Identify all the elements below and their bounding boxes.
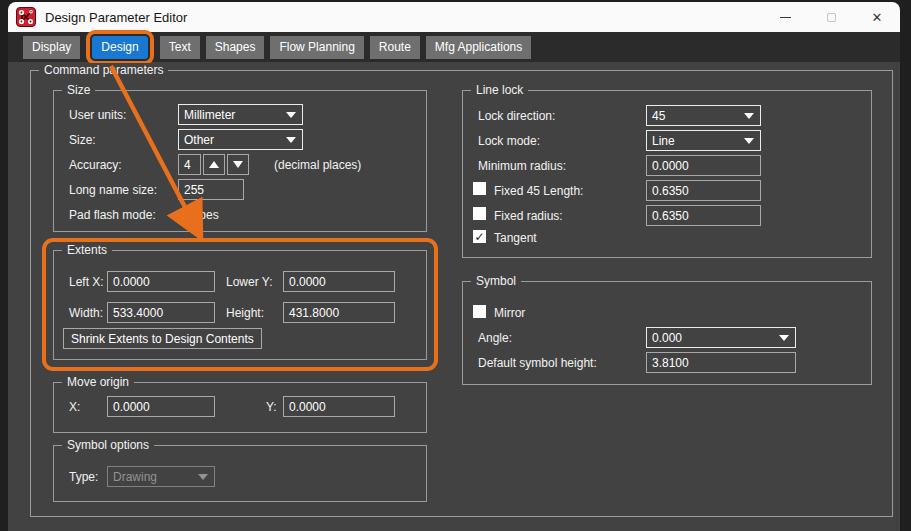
- group-label-command-parameters: Command parameters: [39, 63, 168, 77]
- size-dropdown[interactable]: Other: [178, 129, 303, 150]
- group-extents: Extents Left X: 0.0000 Lower Y: 0.0000 W…: [53, 250, 427, 360]
- shrink-extents-button[interactable]: Shrink Extents to Design Contents: [63, 328, 262, 349]
- lock-mode-value: Line: [652, 134, 675, 148]
- symbol-type-dropdown: Drawing: [107, 466, 215, 487]
- long-name-size-value: 255: [184, 183, 204, 197]
- design-parameter-editor-window: Design Parameter Editor ✕ Display Design…: [0, 0, 911, 531]
- left-x-input[interactable]: 0.0000: [107, 271, 215, 292]
- group-label-move-origin: Move origin: [62, 375, 134, 389]
- group-symbol-options: Symbol options Type: Drawing: [53, 445, 427, 502]
- accuracy-value: 4: [184, 158, 191, 172]
- default-symbol-height-value: 3.8100: [652, 356, 689, 370]
- pad-flash-mode-value: Shapes: [178, 208, 219, 222]
- fixed-45-length-value: 0.6350: [652, 184, 689, 198]
- size-value: Other: [184, 133, 214, 147]
- move-origin-x-value: 0.0000: [113, 400, 150, 414]
- fixed-radius-label: Fixed radius:: [494, 209, 563, 223]
- accuracy-spin-up-button[interactable]: [203, 154, 225, 175]
- group-label-symbol-options: Symbol options: [62, 438, 154, 452]
- decimal-places-hint: (decimal places): [274, 158, 361, 172]
- fixed-45-length-input[interactable]: 0.6350: [646, 180, 761, 201]
- chevron-down-icon: [744, 138, 754, 144]
- height-value: 431.8000: [289, 306, 339, 320]
- height-input[interactable]: 431.8000: [283, 302, 395, 323]
- group-label-size: Size: [62, 83, 95, 97]
- mirror-checkbox[interactable]: [473, 305, 486, 318]
- chevron-down-icon: [779, 335, 789, 341]
- fixed-radius-value: 0.6350: [652, 209, 689, 223]
- group-symbol: Symbol Mirror Angle: 0.000 Default symbo…: [462, 281, 872, 385]
- pad-flash-mode-label: Pad flash mode:: [69, 208, 156, 222]
- fixed-45-length-checkbox[interactable]: [473, 182, 486, 195]
- minimum-radius-value: 0.0000: [652, 159, 689, 173]
- group-label-extents: Extents: [62, 243, 112, 257]
- lower-y-label: Lower Y:: [226, 275, 272, 289]
- symbol-type-label: Type:: [69, 470, 98, 484]
- minimum-radius-label: Minimum radius:: [478, 159, 566, 173]
- mirror-label: Mirror: [494, 306, 525, 320]
- lower-y-input[interactable]: 0.0000: [283, 271, 395, 292]
- lock-mode-dropdown[interactable]: Line: [646, 130, 761, 151]
- accuracy-input[interactable]: 4: [178, 154, 201, 175]
- triangle-up-icon: [209, 161, 219, 168]
- size-label: Size:: [69, 133, 96, 147]
- long-name-size-label: Long name size:: [69, 183, 157, 197]
- lock-direction-value: 45: [652, 109, 665, 123]
- group-label-line-lock: Line lock: [471, 83, 528, 97]
- long-name-size-input[interactable]: 255: [178, 179, 244, 200]
- default-symbol-height-label: Default symbol height:: [478, 356, 597, 370]
- angle-dropdown[interactable]: 0.000: [646, 327, 796, 348]
- accuracy-spin-down-button[interactable]: [227, 154, 249, 175]
- lock-direction-label: Lock direction:: [478, 109, 555, 123]
- tangent-label: Tangent: [494, 231, 537, 245]
- width-input[interactable]: 533.4000: [107, 302, 215, 323]
- angle-value: 0.000: [652, 331, 682, 345]
- width-value: 533.4000: [113, 306, 163, 320]
- left-x-label: Left X:: [69, 275, 104, 289]
- fixed-45-length-label: Fixed 45 Length:: [494, 184, 583, 198]
- move-origin-y-label: Y:: [266, 400, 277, 414]
- fixed-radius-input[interactable]: 0.6350: [646, 205, 761, 226]
- group-move-origin: Move origin X: 0.0000 Y: 0.0000: [53, 382, 427, 433]
- user-units-value: Millimeter: [184, 108, 235, 122]
- move-origin-y-input[interactable]: 0.0000: [283, 396, 395, 417]
- move-origin-y-value: 0.0000: [289, 400, 326, 414]
- user-units-dropdown[interactable]: Millimeter: [178, 104, 303, 125]
- height-label: Height:: [226, 306, 264, 320]
- group-size: Size User units: Millimeter Size: Other …: [53, 90, 427, 232]
- group-label-symbol: Symbol: [471, 274, 521, 288]
- angle-label: Angle:: [478, 331, 512, 345]
- chevron-down-icon: [286, 137, 296, 143]
- chevron-down-icon: [744, 113, 754, 119]
- minimum-radius-input[interactable]: 0.0000: [646, 155, 761, 176]
- chevron-down-icon: [198, 474, 208, 480]
- tangent-checkbox[interactable]: [473, 230, 486, 243]
- symbol-type-value: Drawing: [113, 470, 157, 484]
- chevron-down-icon: [286, 112, 296, 118]
- lock-direction-dropdown[interactable]: 45: [646, 105, 761, 126]
- move-origin-x-label: X:: [69, 400, 80, 414]
- fixed-radius-checkbox[interactable]: [473, 207, 486, 220]
- accuracy-label: Accuracy:: [69, 158, 122, 172]
- default-symbol-height-input[interactable]: 3.8100: [646, 352, 796, 373]
- triangle-down-icon: [233, 161, 243, 168]
- shrink-extents-button-label: Shrink Extents to Design Contents: [71, 332, 254, 346]
- move-origin-x-input[interactable]: 0.0000: [107, 396, 215, 417]
- command-parameters-panel: Command parameters Size User units: Mill…: [0, 0, 911, 531]
- user-units-label: User units:: [69, 108, 126, 122]
- width-label: Width:: [69, 306, 103, 320]
- left-x-value: 0.0000: [113, 275, 150, 289]
- lock-mode-label: Lock mode:: [478, 134, 540, 148]
- lower-y-value: 0.0000: [289, 275, 326, 289]
- group-line-lock: Line lock Lock direction: 45 Lock mode: …: [462, 90, 872, 258]
